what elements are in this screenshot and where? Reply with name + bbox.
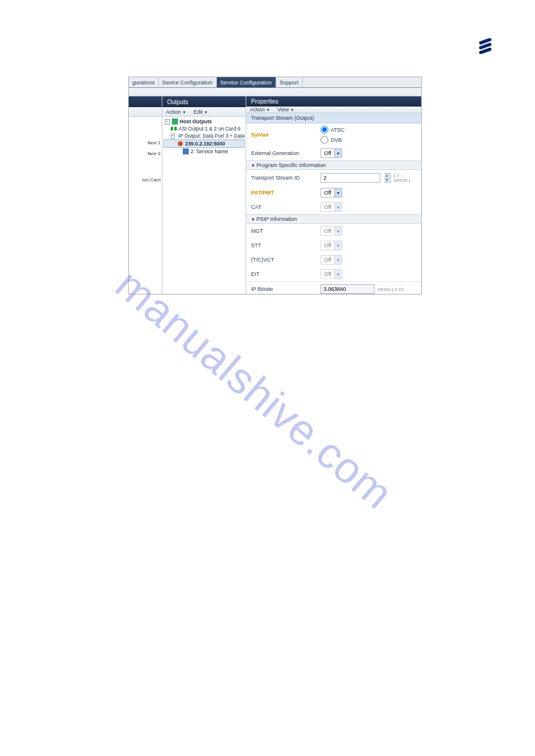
sub-toolbar [129, 88, 421, 96]
svg-rect-3 [172, 119, 178, 125]
cat-select[interactable]: Off ▼ [321, 202, 342, 212]
chevron-down-icon: ▼ [334, 256, 341, 264]
tree-ip-output[interactable]: − IP Output: Data Port 3 + Data Port 4 [164, 132, 244, 139]
patpmt-label: PAT/PMT [251, 190, 317, 196]
ipbitrate-input [321, 284, 374, 294]
eit-label: EIT [251, 271, 317, 277]
left-item-ioncard[interactable]: ion Card [129, 177, 162, 187]
tree-label: ASI Output 1 & 2 on Card 6 [179, 126, 240, 132]
radio-label: ATSC [331, 127, 344, 133]
props-menu-view[interactable]: View [277, 107, 294, 113]
properties-panel: Properties Action View Transport Stream … [246, 96, 421, 294]
outputs-panel: Outputs Action Edit − Host Outputs A [162, 96, 246, 294]
tab-configurations[interactable]: gurations [129, 77, 159, 87]
chevron-down-icon: ▼ [334, 189, 341, 197]
mgt-select[interactable]: Off ▼ [321, 226, 342, 236]
tree-label: 2: Service Name [191, 148, 228, 154]
outputs-menu-action[interactable]: Action [166, 109, 186, 115]
outputs-tree: − Host Outputs ASI Output 1 & 2 on Card … [162, 117, 246, 156]
outputs-menu-edit[interactable]: Edit [194, 109, 208, 115]
syntax-atsc-radio[interactable]: ATSC [321, 126, 344, 133]
tree-label: Host Outputs [180, 119, 212, 125]
chevron-down-icon: ▼ [334, 241, 341, 250]
transport-stream-output-header: Transport Stream (Output) [246, 113, 421, 123]
left-item-interface1[interactable]: face 1 [129, 139, 162, 150]
external-generation-select[interactable]: Off ▼ [321, 148, 342, 158]
tree-label: IP Output: Data Port 3 + Data Port 4 [179, 133, 244, 139]
props-menu-action[interactable]: Action [250, 107, 270, 113]
chevron-down-icon: ▼ [334, 270, 341, 278]
ipbitrate-label: IP Bitrate [251, 286, 317, 292]
left-panel-header [129, 96, 162, 107]
syntax-dvb-radio[interactable]: DVB [321, 136, 344, 144]
radio-label: DVB [331, 137, 342, 143]
collapse-icon[interactable]: − [171, 133, 175, 139]
left-item-interface2[interactable]: face 2 [129, 150, 162, 161]
tsid-label: Transport Stream ID [251, 175, 317, 181]
port-icon [171, 126, 177, 132]
stt-label: STT [251, 242, 317, 248]
tcvct-select[interactable]: Off ▼ [321, 255, 342, 265]
ipbitrate-unit: Mbit/s [ 0.01 [378, 287, 404, 292]
stream-icon [177, 141, 183, 147]
patpmt-select[interactable]: Off ▼ [321, 188, 342, 198]
collapse-icon[interactable]: − [165, 119, 170, 125]
tree-host-outputs[interactable]: − Host Outputs [164, 118, 244, 125]
tsid-input[interactable] [321, 173, 380, 183]
tab-support[interactable]: Support [276, 77, 303, 87]
chevron-down-icon: ▼ [334, 227, 341, 235]
psi-section-header[interactable]: Program Specific Information [246, 160, 421, 170]
chevron-down-icon: ▼ [334, 149, 341, 157]
service-icon [183, 148, 189, 154]
cat-label: CAT [251, 204, 317, 210]
top-tabs: gurations Device Configuration Service C… [129, 77, 421, 88]
chevron-down-icon: ▼ [334, 203, 341, 211]
psip-section-header[interactable]: PSIP Information [246, 214, 421, 224]
outputs-header: Outputs [162, 96, 246, 107]
left-panel-toolbar [129, 107, 162, 117]
mgt-label: MGT [251, 228, 317, 234]
svg-point-8 [178, 141, 183, 146]
app-window: gurations Device Configuration Service C… [128, 77, 422, 294]
host-icon [172, 119, 178, 125]
tab-device-configuration[interactable]: Device Configuration [159, 77, 217, 87]
ericsson-logo [477, 38, 493, 54]
svg-rect-4 [171, 127, 173, 130]
tree-asi-output[interactable]: ASI Output 1 & 2 on Card 6 [164, 125, 244, 132]
stt-select[interactable]: Off ▼ [321, 241, 342, 250]
left-panel: face 1 face 2 ion Card [129, 96, 162, 294]
tsid-stepper[interactable]: ▲▼ [384, 173, 391, 183]
tsid-range: [ 1 - 65535 ] [394, 172, 416, 183]
eit-select[interactable]: Off ▼ [321, 269, 342, 279]
tree-label: 239.0.2.192:5000 [185, 141, 225, 147]
properties-header: Properties [246, 96, 421, 107]
tree-stream[interactable]: 239.0.2.192:5000 [164, 139, 244, 148]
svg-rect-9 [183, 148, 189, 154]
tree-service[interactable]: 2: Service Name [164, 148, 244, 155]
syntax-label: Syntax [251, 132, 317, 138]
tcvct-label: (T/C)VCT [251, 257, 317, 263]
external-generation-label: External Generation [251, 150, 317, 156]
svg-rect-5 [174, 127, 177, 130]
tab-service-configuration[interactable]: Service Configuration [217, 77, 276, 87]
